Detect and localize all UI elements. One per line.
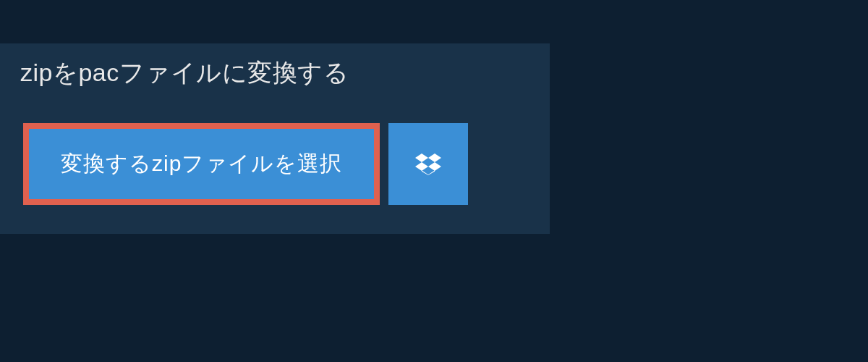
page-title: zipをpacファイルに変換する <box>20 56 414 90</box>
select-file-button[interactable]: 変換するzipファイルを選択 <box>23 123 380 205</box>
select-file-label: 変換するzipファイルを選択 <box>61 149 342 179</box>
title-bar: zipをpacファイルに変換する <box>0 43 434 103</box>
dropbox-icon <box>415 151 441 177</box>
action-row: 変換するzipファイルを選択 <box>0 103 550 205</box>
converter-panel: zipをpacファイルに変換する 変換するzipファイルを選択 <box>0 43 550 234</box>
dropbox-button[interactable] <box>388 123 468 205</box>
